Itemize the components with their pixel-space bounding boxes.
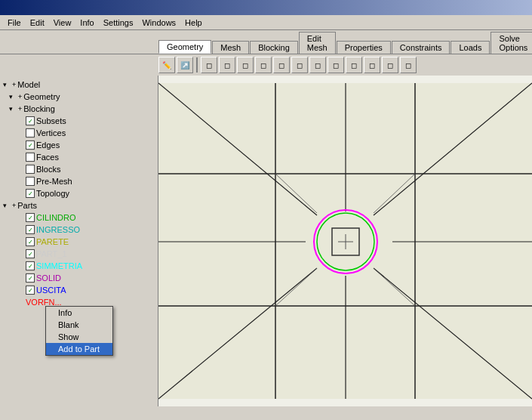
tab-loads[interactable]: Loads — [451, 41, 490, 54]
toolbar-btn-5[interactable]: ◻ — [255, 57, 272, 73]
tree-panel: ▾+Model▾+Geometry▾+BlockingSubsetsVertic… — [0, 76, 158, 406]
menu-item-help[interactable]: Help — [180, 17, 207, 29]
toolbar-btn-9[interactable]: ◻ — [328, 57, 344, 73]
tree-label-edges: Edges — [36, 141, 60, 150]
tree-checkbox-parete[interactable] — [26, 237, 35, 246]
tree-checkbox-faces[interactable] — [26, 153, 35, 162]
tree-item-blocking[interactable]: ▾+Blocking — [3, 103, 155, 115]
tab-blocking[interactable]: Blocking — [250, 41, 298, 54]
tree-item-simmetria[interactable]: SIMMETRIA — [3, 260, 155, 272]
tree-expand-geometry: ▾ — [9, 93, 17, 100]
geometry-toolbar: ✏️↗️◻◻◻◻◻◻◻◻◻◻◻◻ — [0, 54, 532, 76]
toolbar-btn-2[interactable]: ◻ — [201, 57, 217, 73]
tree-label-cilindro: CILINDRO — [36, 213, 76, 222]
tree-label-faces: Faces — [36, 153, 59, 162]
toolbar-btn-13[interactable]: ◻ — [400, 57, 417, 73]
tab-edit-mesh[interactable]: Edit Mesh — [299, 32, 336, 54]
tree-item-ingresso[interactable]: INGRESSO — [3, 224, 155, 236]
tree-checkbox-uscita[interactable] — [26, 286, 35, 295]
tree-checkbox-solid[interactable] — [26, 273, 35, 283]
tab-constraints[interactable]: Constraints — [392, 41, 451, 54]
tree-checkbox-premesh[interactable] — [26, 177, 35, 186]
tree-label-model: Model — [17, 80, 40, 89]
model-tree: ▾+Model▾+Geometry▾+BlockingSubsetsVertic… — [0, 76, 158, 311]
toolbar-btn-1[interactable]: ↗️ — [177, 57, 193, 73]
titlebar — [0, 0, 532, 15]
tree-item-uscita[interactable]: USCITA — [3, 284, 155, 296]
tree-item-geometry[interactable]: ▾+Geometry — [3, 91, 155, 103]
tabbar: GeometryMeshBlockingEdit MeshPropertiesC… — [0, 30, 532, 54]
ctx-item-show[interactable]: Show — [46, 331, 112, 343]
tree-item-model[interactable]: ▾+Model — [3, 79, 155, 91]
toolbar-btn-6[interactable]: ◻ — [273, 57, 290, 73]
tree-label-premesh: Pre-Mesh — [36, 177, 72, 186]
menu-item-edit[interactable]: Edit — [26, 17, 49, 29]
toolbar-btn-10[interactable]: ◻ — [346, 57, 362, 73]
tree-item-part1[interactable]: PART_1 — [3, 248, 155, 260]
tree-folder-icon-blocking: + — [18, 105, 22, 113]
toolbar-btn-7[interactable]: ◻ — [291, 57, 308, 73]
canvas-area[interactable] — [158, 76, 532, 406]
tree-label-parts: Parts — [17, 201, 37, 210]
tab-mesh[interactable]: Mesh — [212, 41, 249, 54]
viewport[interactable] — [158, 76, 532, 406]
tree-item-topology[interactable]: Topology — [3, 187, 155, 199]
tree-label-subsets: Subsets — [36, 116, 66, 125]
tree-label-vertices: Vertices — [36, 128, 66, 137]
tree-item-faces[interactable]: Faces — [3, 151, 155, 163]
toolbar-btn-0[interactable]: ✏️ — [158, 57, 175, 73]
menu-item-windows[interactable]: Windows — [137, 17, 180, 29]
tree-item-cilindro[interactable]: CILINDRO — [3, 212, 155, 224]
menu-item-settings[interactable]: Settings — [99, 17, 138, 29]
toolbar-btn-11[interactable]: ◻ — [364, 57, 380, 73]
tree-label-topology: Topology — [36, 189, 69, 198]
menubar: FileEditViewInfoSettingsWindowsHelp — [0, 15, 532, 30]
tree-checkbox-ingresso[interactable] — [26, 225, 35, 234]
tab-solve-options[interactable]: Solve Options — [490, 32, 532, 54]
tree-checkbox-subsets[interactable] — [26, 116, 35, 125]
menu-item-info[interactable]: Info — [75, 17, 98, 29]
tree-label-part1: PART_1 — [36, 249, 67, 258]
tree-label-parete: PARETE — [36, 237, 69, 246]
tree-checkbox-blocks[interactable] — [26, 165, 35, 174]
toolbar-btn-12[interactable]: ◻ — [382, 57, 398, 73]
tree-item-vertices[interactable]: Vertices — [3, 127, 155, 139]
tree-item-premesh[interactable]: Pre-Mesh — [3, 175, 155, 187]
tree-expand-blocking: ▾ — [9, 105, 17, 113]
tree-checkbox-part1[interactable] — [26, 249, 35, 258]
context-menu[interactable]: InfoBlankShowAdd to Part — [45, 306, 113, 356]
tree-item-subsets[interactable]: Subsets — [3, 115, 155, 127]
tree-label-solid: SOLID — [36, 273, 61, 283]
tree-label-blocks: Blocks — [36, 165, 60, 174]
menu-item-view[interactable]: View — [49, 17, 76, 29]
tree-item-parts[interactable]: ▾+Parts — [3, 199, 155, 212]
ctx-item-info[interactable]: Info — [46, 307, 112, 319]
tree-item-parete[interactable]: PARETE — [3, 236, 155, 248]
toolbar-btn-8[interactable]: ◻ — [309, 57, 326, 73]
tree-checkbox-topology[interactable] — [26, 189, 35, 198]
tree-checkbox-vertices[interactable] — [26, 128, 35, 137]
toolbar-separator — [196, 57, 198, 73]
tree-label-simmetria: SIMMETRIA — [36, 261, 82, 270]
ctx-item-blank[interactable]: Blank — [46, 319, 112, 331]
toolbar-btn-4[interactable]: ◻ — [237, 57, 254, 73]
tree-item-solid[interactable]: SOLID — [3, 272, 155, 284]
ctx-item-add-to-part[interactable]: Add to Part — [46, 343, 112, 355]
tree-item-edges[interactable]: Edges — [3, 139, 155, 151]
tree-checkbox-cilindro[interactable] — [26, 213, 35, 222]
tree-folder-icon-geometry: + — [18, 93, 22, 100]
tree-checkbox-simmetria[interactable] — [26, 261, 35, 270]
tree-label-ingresso: INGRESSO — [36, 225, 80, 234]
tree-item-blocks[interactable]: Blocks — [3, 163, 155, 175]
tab-geometry[interactable]: Geometry — [158, 40, 211, 54]
tree-label-uscita: USCITA — [36, 286, 66, 295]
tree-expand-parts: ▾ — [3, 202, 11, 209]
tree-label-blocking: Blocking — [23, 104, 55, 113]
toolbar-btn-3[interactable]: ◻ — [219, 57, 235, 73]
tree-checkbox-edges[interactable] — [26, 141, 35, 150]
tree-folder-icon-parts: + — [12, 202, 16, 209]
tree-folder-icon-model: + — [12, 81, 16, 88]
menu-item-file[interactable]: File — [3, 17, 26, 29]
tree-expand-model: ▾ — [3, 81, 11, 88]
tab-properties[interactable]: Properties — [337, 41, 391, 54]
